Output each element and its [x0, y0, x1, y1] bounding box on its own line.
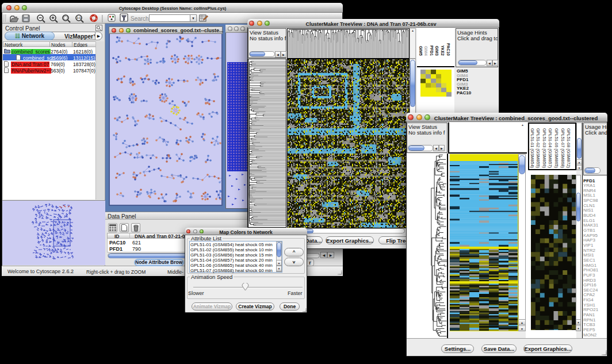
svg-text:GPL51-04 (GSM857): GPL51-04 (GSM857) — [548, 128, 553, 168]
svg-text:GPL51-01 (GSM854): GPL51-01 (GSM854) — [530, 128, 535, 168]
svg-text:GPL51-03 (GSM856): GPL51-03 (GSM856) — [542, 128, 547, 168]
svg-text:PAC10: PAC10 — [446, 43, 450, 56]
svg-text:GPL51-07 (GSM868): GPL51-07 (GSM868) — [560, 128, 565, 168]
svg-text:GIM3: GIM3 — [435, 46, 439, 56]
svg-text:GIM5: GIM5 — [419, 46, 423, 56]
svg-text:1:1: 1:1 — [76, 16, 81, 20]
svg-text:GPL51-06 (GSM865): GPL51-06 (GSM865) — [554, 128, 559, 168]
svg-text:YKE2: YKE2 — [441, 45, 445, 56]
svg-text:GPL51-08 (GSM872): GPL51-08 (GSM872) — [566, 128, 571, 168]
svg-text:GPL51-02 (GSM855): GPL51-02 (GSM855) — [536, 128, 541, 168]
svg-text:PFD1: PFD1 — [430, 45, 434, 56]
svg-text:GIM4: GIM4 — [424, 46, 428, 56]
